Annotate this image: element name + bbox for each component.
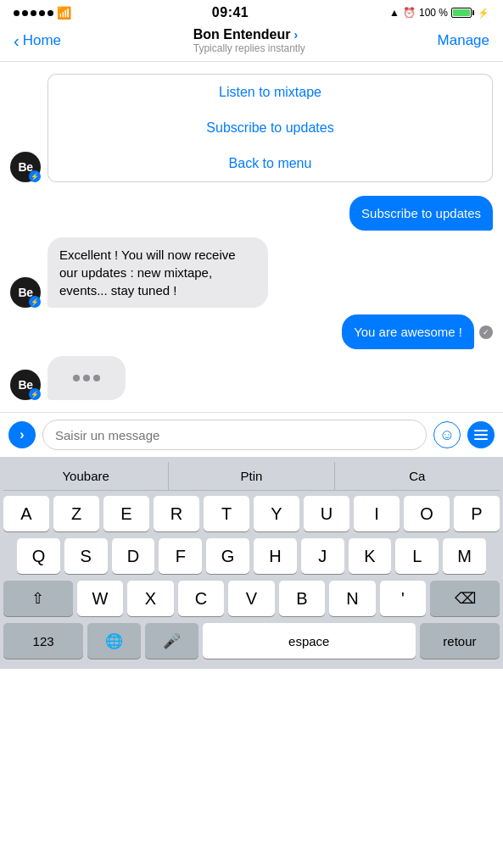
battery-body: [451, 8, 472, 18]
key-U[interactable]: U: [304, 496, 349, 531]
key-Y[interactable]: Y: [254, 496, 299, 531]
key-E[interactable]: E: [103, 496, 149, 531]
status-left: 📶: [14, 6, 71, 19]
user-bubble: Subscribe to updates: [349, 196, 493, 231]
messenger-badge: ⚡: [29, 170, 41, 182]
messenger-icon-3: ⚡: [31, 391, 39, 398]
battery-tip: [472, 10, 474, 15]
suggestion-1[interactable]: Ptin: [169, 462, 334, 490]
numbers-key[interactable]: 123: [3, 623, 83, 659]
nav-title-chevron: ›: [293, 28, 298, 42]
quick-reply-back[interactable]: Back to menu: [48, 146, 493, 182]
key-T[interactable]: T: [204, 496, 249, 531]
nav-title: Bon Entendeur ›: [193, 27, 305, 42]
messenger-badge-2: ⚡: [29, 296, 41, 308]
key-apostrophe[interactable]: ': [380, 581, 427, 616]
microphone-key[interactable]: 🎤: [145, 623, 198, 659]
key-C[interactable]: C: [178, 581, 225, 616]
quick-replies-list: Listen to mixtape Subscribe to updates B…: [48, 74, 493, 182]
messenger-icon: ⚡: [31, 173, 39, 181]
wifi-icon: 📶: [57, 6, 71, 19]
key-R[interactable]: R: [154, 496, 199, 531]
key-I[interactable]: I: [354, 496, 400, 531]
emoji-button[interactable]: ☺: [433, 421, 461, 448]
user-message-awesome-row: You are awesome ! ✓: [0, 311, 503, 353]
quick-replies-row: Be ⚡ Listen to mixtape Subscribe to upda…: [0, 70, 503, 186]
input-area: › ☺: [0, 412, 503, 457]
key-G[interactable]: G: [206, 538, 249, 574]
back-button[interactable]: ‹ Home: [14, 31, 61, 51]
nav-subtitle: Typically replies instantly: [193, 42, 305, 54]
bot-avatar-wrap-3: Be ⚡: [10, 370, 41, 400]
typing-dot-2: [83, 375, 90, 381]
bot-typing-bubble: [48, 356, 126, 400]
key-H[interactable]: H: [254, 538, 297, 574]
emoji-icon: ☺: [439, 426, 455, 444]
bot-avatar-wrap: Be ⚡: [10, 152, 41, 182]
user-message-subscribe: Subscribe to updates: [0, 192, 503, 234]
menu-button[interactable]: [467, 421, 495, 448]
globe-key[interactable]: 🌐: [87, 623, 141, 659]
keyboard-row-1: A Z E R T Y U I O P: [3, 496, 500, 531]
typing-dot-3: [93, 375, 100, 381]
key-Q[interactable]: Q: [17, 538, 60, 574]
lightning-icon: ⚡: [478, 8, 489, 19]
status-right: ▲ ⏰ 100 % ⚡: [389, 7, 489, 19]
key-K[interactable]: K: [349, 538, 392, 574]
return-key[interactable]: retour: [420, 623, 500, 659]
keyboard: Youbare Ptin Ca A Z E R T Y U I O P Q S …: [0, 457, 503, 669]
delivered-icon: ✓: [479, 326, 493, 339]
delete-key[interactable]: ⌫: [430, 581, 500, 616]
alarm-icon: ⏰: [403, 7, 416, 19]
bot-typing-row: Be ⚡: [0, 353, 503, 403]
manage-button[interactable]: Manage: [438, 32, 489, 49]
location-icon: ▲: [389, 7, 400, 19]
key-D[interactable]: D: [112, 538, 155, 574]
back-chevron-icon: ‹: [14, 31, 20, 51]
battery-percent: 100 %: [419, 7, 448, 19]
quick-reply-listen[interactable]: Listen to mixtape: [48, 74, 493, 110]
message-input[interactable]: [42, 420, 427, 450]
spacebar-key[interactable]: espace: [203, 623, 416, 659]
key-B[interactable]: B: [279, 581, 326, 616]
key-V[interactable]: V: [228, 581, 275, 616]
key-S[interactable]: S: [64, 538, 108, 574]
bot-avatar-wrap-2: Be ⚡: [10, 277, 41, 308]
svg-rect-1: [474, 434, 488, 436]
typing-dots: [61, 366, 112, 390]
key-F[interactable]: F: [159, 538, 202, 574]
suggestion-0[interactable]: Youbare: [3, 462, 169, 490]
key-M[interactable]: M: [443, 538, 486, 574]
back-label: Home: [23, 32, 61, 49]
keyboard-row-3: ⇧ W X C V B N ' ⌫: [3, 581, 500, 616]
status-bar: 📶 09:41 ▲ ⏰ 100 % ⚡: [0, 0, 503, 24]
key-N[interactable]: N: [329, 581, 376, 616]
quick-reply-subscribe[interactable]: Subscribe to updates: [48, 110, 493, 146]
battery-fill: [453, 9, 470, 16]
send-button[interactable]: ›: [8, 421, 36, 448]
nav-bar: ‹ Home Bon Entendeur › Typically replies…: [0, 24, 503, 62]
nav-center: Bon Entendeur › Typically replies instan…: [193, 27, 305, 54]
send-icon: ›: [20, 427, 24, 442]
key-X[interactable]: X: [127, 581, 174, 616]
hamburger-icon: [474, 430, 488, 440]
svg-rect-2: [474, 438, 488, 440]
svg-rect-0: [474, 430, 488, 431]
key-Z[interactable]: Z: [53, 496, 99, 531]
signal-dots: [14, 10, 53, 16]
shift-key[interactable]: ⇧: [3, 581, 73, 616]
suggestion-2[interactable]: Ca: [335, 462, 500, 490]
keyboard-row-2: Q S D F G H J K L M: [3, 538, 500, 574]
user-bubble-awesome: You are awesome !: [342, 314, 474, 349]
key-O[interactable]: O: [404, 496, 450, 531]
typing-dot-1: [73, 375, 80, 381]
key-L[interactable]: L: [395, 538, 439, 574]
status-time: 09:41: [212, 5, 249, 20]
messenger-icon-2: ⚡: [31, 298, 39, 306]
chat-area: Be ⚡ Listen to mixtape Subscribe to upda…: [0, 62, 503, 412]
key-P[interactable]: P: [454, 496, 500, 531]
key-A[interactable]: A: [3, 496, 49, 531]
key-W[interactable]: W: [77, 581, 124, 616]
key-J[interactable]: J: [301, 538, 344, 574]
bot-message-excellent-row: Be ⚡ Excellent ! You will now receive ou…: [0, 234, 503, 311]
